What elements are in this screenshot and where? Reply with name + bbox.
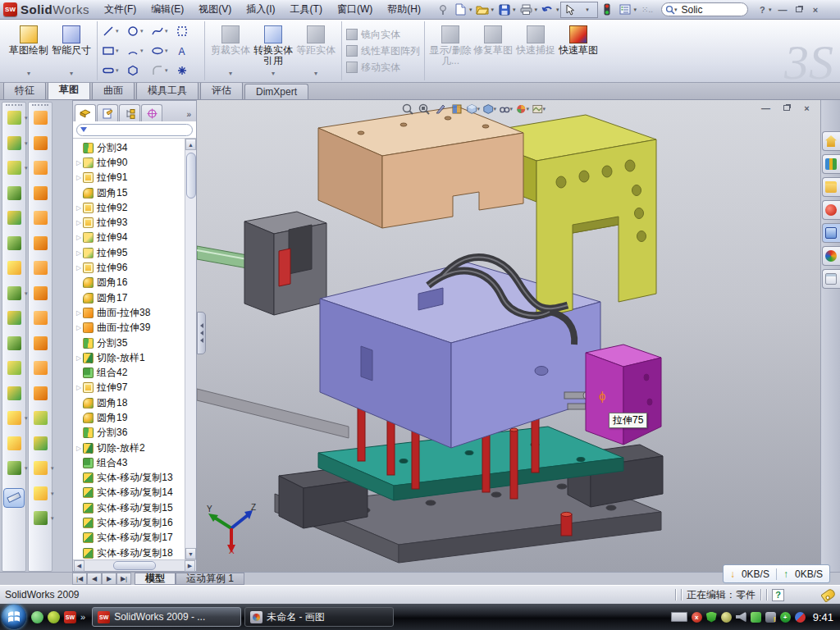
open-icon[interactable] <box>474 2 491 17</box>
expand-arrow[interactable]: ▷ <box>75 234 83 241</box>
update-tray-icon[interactable] <box>721 612 732 623</box>
taskpane-tab-view-palette[interactable] <box>822 223 840 243</box>
dropdown-arrow[interactable]: ▾ <box>477 106 480 112</box>
volume-tray-icon[interactable] <box>736 612 746 623</box>
zoom-magnify-icon[interactable] <box>433 102 447 116</box>
shell-icon[interactable] <box>7 211 21 225</box>
mdi-close-button[interactable]: × <box>800 102 814 114</box>
tree-item[interactable]: ▷拉伸92 <box>75 200 185 215</box>
scroll-down-button[interactable]: ▼ <box>185 548 196 559</box>
extruded-boss-icon[interactable]: ▾ <box>7 111 21 125</box>
tree-item[interactable]: 实体-移动/复制16 <box>75 515 185 530</box>
rebuild-icon[interactable] <box>599 2 615 17</box>
extruded-cut-icon[interactable]: ▾ <box>7 136 21 150</box>
button-rapid-sketch[interactable]: 快速草图 <box>557 23 600 79</box>
measure-button[interactable] <box>3 488 25 508</box>
knit-surface-icon[interactable] <box>34 311 48 325</box>
curve-tool-icon[interactable]: ▾ <box>34 511 48 525</box>
tool-line[interactable]: ▾ <box>102 21 126 41</box>
taskpane-tab-design-library[interactable] <box>822 154 840 174</box>
dropdown-arrow[interactable]: ▾ <box>27 68 30 79</box>
extend-surface-icon[interactable] <box>34 361 48 375</box>
tree-item[interactable]: 实体-移动/复制17 <box>75 531 185 546</box>
scroll-thumb[interactable] <box>186 153 196 199</box>
untrim-surface-icon[interactable] <box>34 386 48 400</box>
tree-item[interactable]: ▷拉伸95 <box>75 245 185 260</box>
vpn-tray-icon[interactable] <box>751 612 761 623</box>
status-help-icon[interactable]: ? <box>772 589 784 601</box>
tab-model[interactable]: 模型 <box>135 573 176 585</box>
dropdown-arrow[interactable]: ▾ <box>51 465 54 472</box>
taskbar-button-solidworks[interactable]: SWSolidWorks 2009 - ... <box>92 607 241 627</box>
tree-item[interactable]: ▷拉伸91 <box>75 171 185 185</box>
dropdown-arrow[interactable]: ▾ <box>509 106 513 112</box>
health-tray-icon[interactable]: + <box>780 612 791 623</box>
tool-text[interactable]: A <box>176 41 200 61</box>
next-tab-button[interactable]: ▶ <box>102 573 116 585</box>
hscroll-thumb[interactable] <box>113 561 156 570</box>
boundary-surface-icon[interactable] <box>34 211 48 225</box>
join-icon[interactable] <box>7 336 21 350</box>
new-document-icon[interactable] <box>453 2 469 17</box>
move-copy-body-icon[interactable] <box>7 386 21 400</box>
dropdown-arrow[interactable]: ▾ <box>25 140 28 147</box>
print-icon[interactable] <box>518 2 534 17</box>
tree-item[interactable]: 圆角18 <box>75 395 185 410</box>
dropdown-arrow[interactable]: ▾ <box>140 28 144 34</box>
expand-arrow[interactable]: ▷ <box>75 384 83 391</box>
expand-arrow[interactable]: ▷ <box>75 264 83 272</box>
mdi-restore-button[interactable] <box>779 102 793 114</box>
graphics-viewport[interactable]: ϕ ▾▾▾▾▾ — × 拉伸75 Y Z X <box>197 100 820 572</box>
filled-surface-icon[interactable] <box>34 236 48 250</box>
combine-icon[interactable] <box>7 311 21 325</box>
help-button[interactable]: ? <box>756 3 769 16</box>
tree-vertical-scrollbar[interactable]: ▲ ▼ <box>185 139 196 559</box>
tree-item[interactable]: 圆角17 <box>75 290 185 305</box>
shield-tray-icon[interactable] <box>706 612 717 623</box>
fillet-surface-icon[interactable] <box>34 436 48 450</box>
tab-dimxpertmanager[interactable] <box>141 104 162 121</box>
first-tab-button[interactable]: |◀ <box>72 573 87 585</box>
model-support-bar[interactable] <box>197 389 349 438</box>
panel-expand-chevron[interactable]: » <box>186 110 194 121</box>
model-holder-block[interactable] <box>244 212 326 315</box>
tab-模具工具[interactable]: 模具工具 <box>136 81 199 99</box>
select-cursor-icon[interactable] <box>562 2 578 17</box>
assembly-model[interactable]: ϕ <box>197 100 820 572</box>
dropdown-arrow[interactable]: ▾ <box>25 465 28 472</box>
curve-icon[interactable]: ▾ <box>7 461 21 475</box>
security-icon[interactable] <box>48 611 60 623</box>
tree-item[interactable]: 分割36 <box>75 426 185 441</box>
dropdown-arrow[interactable]: ▾ <box>526 106 529 112</box>
model-clamp-plate[interactable] <box>318 107 523 228</box>
linear-pattern-icon[interactable]: ▾ <box>7 286 21 300</box>
expand-arrow[interactable]: ▷ <box>75 354 83 362</box>
menu-插入(I)[interactable]: 插入(I) <box>240 1 281 18</box>
tab-曲面[interactable]: 曲面 <box>92 81 135 99</box>
delete-face-icon[interactable]: ▾ <box>34 461 48 475</box>
button-sketch[interactable]: 草图绘制▾ <box>7 23 50 79</box>
dropdown-arrow[interactable]: ▾ <box>272 68 275 79</box>
mdi-minimize-button[interactable]: — <box>759 102 773 114</box>
tree-item[interactable]: ▷拉伸90 <box>75 155 185 170</box>
scene-icon[interactable]: ▾ <box>532 102 546 116</box>
tool-ellipse[interactable]: ▾ <box>151 41 176 61</box>
tool-select-box[interactable] <box>176 21 200 41</box>
last-tab-button[interactable]: ▶| <box>116 573 131 585</box>
tab-DimXpert[interactable]: DimXpert <box>244 84 308 99</box>
lofted-surface-icon[interactable] <box>34 186 48 200</box>
keyboard-icon[interactable] <box>671 612 687 622</box>
tab-特征[interactable]: 特征 <box>3 81 46 99</box>
undo-icon[interactable] <box>540 2 556 17</box>
button-smart-dimension[interactable]: 智能尺寸▾ <box>50 23 93 79</box>
tree-item[interactable]: 实体-移动/复制14 <box>75 486 185 500</box>
tree-item[interactable]: ▷拉伸96 <box>75 260 185 275</box>
tool-polygon[interactable] <box>126 61 151 80</box>
chamfer-icon[interactable] <box>7 186 21 200</box>
dropdown-arrow[interactable]: ▾ <box>25 115 28 121</box>
options-icon[interactable] <box>617 2 633 17</box>
close-button[interactable]: × <box>809 3 823 16</box>
section-view-icon[interactable] <box>450 102 463 116</box>
tool-spline[interactable]: ▾ <box>151 21 176 41</box>
expand-arrow[interactable]: ▷ <box>75 445 83 452</box>
